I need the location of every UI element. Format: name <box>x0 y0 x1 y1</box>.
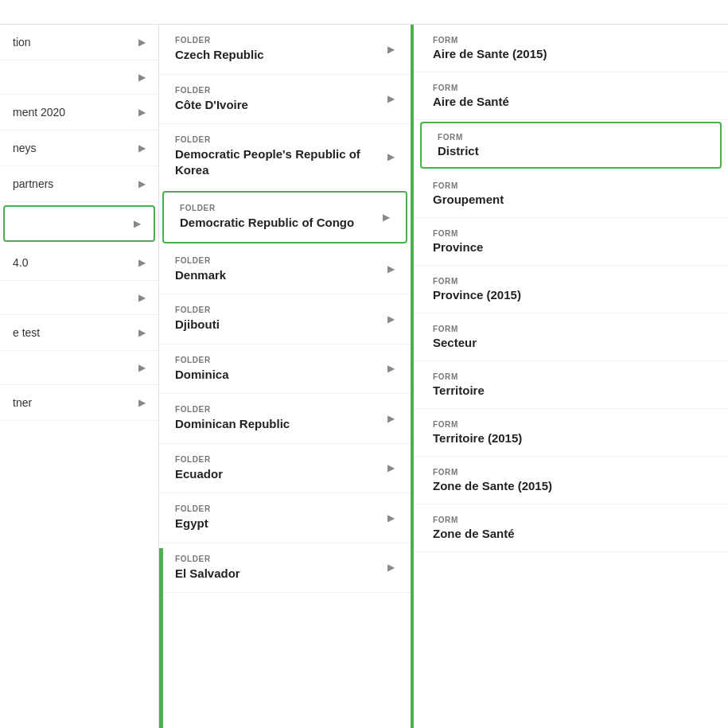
sidebar-item-item-tner[interactable]: tner▶ <box>0 385 158 421</box>
chevron-right-icon: ▶ <box>138 327 146 338</box>
folder-chevron-icon: ▶ <box>387 512 395 524</box>
folder-item-egypt[interactable]: FOLDEREgypt▶ <box>159 493 411 543</box>
form-name: Territoire <box>433 383 709 397</box>
form-type-label: FORM <box>433 277 709 286</box>
folder-name: Côte D'Ivoire <box>175 97 248 113</box>
form-type-label: FORM <box>433 372 709 381</box>
sidebar-item-label: partners <box>13 177 53 190</box>
folder-name: Democratic Republic of Congo <box>180 215 354 231</box>
sidebar-item-item-ment2020[interactable]: ment 2020▶ <box>0 95 158 130</box>
form-item-district[interactable]: FORMDistrict <box>420 122 722 169</box>
form-item-province-2015[interactable]: FORMProvince (2015) <box>414 266 728 313</box>
sidebar-item-label: 4.0 <box>13 256 28 269</box>
green-bar-indicator <box>159 548 163 728</box>
folder-item-cote-divoire[interactable]: FOLDERCôte D'Ivoire▶ <box>159 75 411 125</box>
form-type-label: FORM <box>433 181 709 190</box>
form-type-label: FORM <box>433 325 709 333</box>
chevron-right-icon: ▶ <box>138 72 146 83</box>
folder-text-wrapper: FOLDEREgypt <box>175 504 211 531</box>
sidebar-item-item-blank[interactable]: ▶ <box>0 60 158 95</box>
folder-text-wrapper: FOLDERDenmark <box>175 256 226 283</box>
form-item-province[interactable]: FORMProvince <box>414 218 728 266</box>
folder-item-dominican-republic[interactable]: FOLDERDominican Republic▶ <box>159 394 411 444</box>
folder-text-wrapper: FOLDERDemocratic People's Republic of Ko… <box>175 135 387 177</box>
folder-text-wrapper: FOLDERDemocratic Republic of Congo <box>180 204 354 231</box>
sidebar-item-item-tion[interactable]: tion▶ <box>0 25 158 60</box>
folder-name: Czech Republic <box>175 47 264 63</box>
folder-type-label: FOLDER <box>175 455 223 464</box>
chevron-right-icon: ▶ <box>138 397 146 408</box>
form-name: Zone de Santé <box>433 527 709 540</box>
chevron-right-icon: ▶ <box>138 37 146 48</box>
sidebar-item-item-blank3[interactable]: ▶ <box>0 351 158 385</box>
folder-type-label: FOLDER <box>175 135 387 144</box>
sidebar-item-item-partners[interactable]: partners▶ <box>0 166 158 202</box>
folder-type-label: FOLDER <box>175 306 220 314</box>
form-item-territoire-2015[interactable]: FORMTerritoire (2015) <box>414 409 728 457</box>
folder-text-wrapper: FOLDERDjibouti <box>175 306 220 333</box>
form-type-label: FORM <box>433 468 709 477</box>
form-item-secteur[interactable]: FORMSecteur <box>414 313 728 361</box>
folder-item-czech-republic[interactable]: FOLDERCzech Republic▶ <box>159 25 411 75</box>
folder-name: El Salvador <box>175 566 240 582</box>
folder-chevron-icon: ▶ <box>387 263 395 274</box>
folder-type-label: FOLDER <box>175 405 290 414</box>
folder-name: Denmark <box>175 267 226 283</box>
sidebar-item-label: tner <box>13 396 32 409</box>
folder-chevron-icon: ▶ <box>387 462 395 473</box>
forms-column: FORMAire de Sante (2015)FORMAire de Sant… <box>414 25 728 728</box>
folder-item-democratic-republic-congo[interactable]: FOLDERDemocratic Republic of Congo▶ <box>162 191 407 243</box>
form-item-zone-de-sante[interactable]: FORMZone de Santé <box>414 504 728 552</box>
folder-name: Dominica <box>175 367 229 383</box>
form-item-zone-de-sante-2015[interactable]: FORMZone de Sante (2015) <box>414 457 728 504</box>
folder-chevron-icon: ▶ <box>387 363 395 374</box>
folder-item-denmark[interactable]: FOLDERDenmark▶ <box>159 245 411 295</box>
folder-chevron-icon: ▶ <box>387 44 395 55</box>
form-name: Territoire (2015) <box>433 431 709 445</box>
form-type-label: FORM <box>433 516 709 524</box>
folder-text-wrapper: FOLDERCôte D'Ivoire <box>175 86 248 113</box>
folder-type-label: FOLDER <box>175 256 226 265</box>
folder-item-ecuador[interactable]: FOLDEREcuador▶ <box>159 444 411 494</box>
folder-item-el-salvador[interactable]: FOLDEREl Salvador▶ <box>159 543 411 594</box>
form-item-territoire[interactable]: FORMTerritoire <box>414 361 728 409</box>
sidebar-item-item-test[interactable]: e test▶ <box>0 315 158 351</box>
folder-type-label: FOLDER <box>180 204 354 212</box>
content-area: tion▶▶ment 2020▶neys▶partners▶▶4.0▶▶e te… <box>0 25 728 728</box>
sidebar-item-label: tion <box>13 36 31 49</box>
form-item-aire-de-sante[interactable]: FORMAire de Santé <box>414 72 728 120</box>
sidebar-item-label: e test <box>13 326 40 339</box>
page-container: tion▶▶ment 2020▶neys▶partners▶▶4.0▶▶e te… <box>0 0 728 728</box>
form-name: Province <box>433 240 709 254</box>
form-name: Aire de Santé <box>433 95 709 108</box>
form-item-aire-de-sante-2015[interactable]: FORMAire de Sante (2015) <box>414 25 728 72</box>
folder-item-dominica[interactable]: FOLDERDominica▶ <box>159 345 411 395</box>
folder-item-djibouti[interactable]: FOLDERDjibouti▶ <box>159 294 411 345</box>
sidebar-item-item-neys[interactable]: neys▶ <box>0 130 158 166</box>
sidebar-item-item-active[interactable]: ▶ <box>3 205 155 242</box>
form-item-groupement[interactable]: FORMGroupement <box>414 170 728 218</box>
form-type-label: FORM <box>433 36 709 45</box>
header <box>0 0 728 25</box>
sidebar-item-label: ment 2020 <box>13 106 65 119</box>
folder-type-label: FOLDER <box>175 504 211 513</box>
chevron-right-icon: ▶ <box>134 218 141 229</box>
form-type-label: FORM <box>438 133 704 142</box>
folder-type-label: FOLDER <box>175 86 248 95</box>
sidebar-item-label: neys <box>13 142 37 154</box>
folder-type-label: FOLDER <box>175 555 240 563</box>
folder-name: Ecuador <box>175 466 223 482</box>
folder-name: Democratic People's Republic of Korea <box>175 146 387 177</box>
folder-item-democratic-peoples-republic-korea[interactable]: FOLDERDemocratic People's Republic of Ko… <box>159 124 411 189</box>
form-name: Secteur <box>433 336 709 349</box>
form-name: Groupement <box>433 193 709 206</box>
folder-chevron-icon: ▶ <box>387 151 395 162</box>
chevron-right-icon: ▶ <box>138 107 146 118</box>
folders-column: FOLDERCzech Republic▶FOLDERCôte D'Ivoire… <box>159 25 414 728</box>
folder-chevron-icon: ▶ <box>387 93 395 104</box>
folder-name: Egypt <box>175 516 211 531</box>
folder-text-wrapper: FOLDERCzech Republic <box>175 36 264 63</box>
sidebar-item-item-blank2[interactable]: ▶ <box>0 281 158 315</box>
sidebar-item-item-40[interactable]: 4.0▶ <box>0 245 158 281</box>
folder-text-wrapper: FOLDERDominican Republic <box>175 405 290 432</box>
